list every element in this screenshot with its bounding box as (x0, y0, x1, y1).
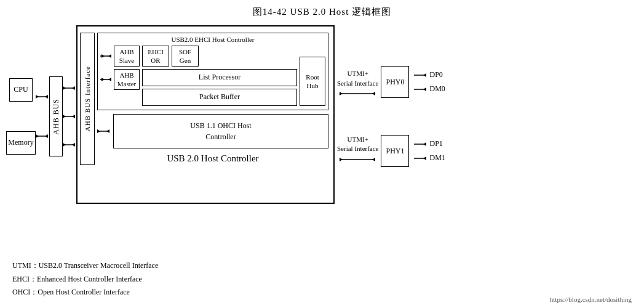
ahb-slave-box: AHB Slave (114, 46, 140, 67)
ahb-mid-arrow (63, 111, 76, 121)
ahb-bus-interface-arrows (63, 83, 76, 150)
svg-marker-28 (340, 158, 343, 161)
cpu-mem-arrows (36, 92, 49, 141)
utmi-label-1: UTMI+ Serial Interface (337, 135, 378, 154)
usb20-outer-box: AHB BUS Interface USB2.0 EHCI Host Contr… (76, 25, 335, 204)
ahb-bus-box: AHB BUS (49, 76, 63, 156)
ahb-master-box: AHB Master (114, 69, 140, 90)
svg-marker-35 (423, 142, 426, 146)
svg-marker-4 (36, 134, 39, 138)
ohci-arrow (97, 128, 111, 135)
svg-marker-29 (372, 158, 375, 161)
dm1-label: DM1 (429, 153, 445, 163)
ahb-bus-interface-box: AHB BUS Interface (80, 33, 95, 165)
svg-marker-8 (72, 86, 75, 90)
utmi-arrow-0 (340, 89, 376, 98)
phy-section: PHY0 DP0 DM0 (381, 66, 445, 167)
list-processor-box: List Processor (142, 69, 297, 86)
svg-marker-7 (63, 86, 66, 90)
list-processor-label: List Processor (199, 73, 241, 83)
svg-marker-10 (63, 115, 66, 118)
page-title: 图14-42 USB 2.0 Host 逻辑框图 (0, 6, 644, 18)
svg-marker-11 (72, 115, 75, 118)
sof-gen-box: SOF Gen (172, 46, 199, 67)
utmi-arrow-1 (340, 155, 376, 164)
usb20-outer-label: USB 2.0 Host Controller (97, 153, 328, 165)
footnote2: EHCI：Enhanced Host Controller Interface (12, 273, 158, 286)
svg-marker-20 (101, 78, 105, 81)
utmi-arrows-col: UTMI+ Serial Interface UTMI+ Serial Inte… (337, 69, 378, 164)
svg-marker-22 (97, 129, 100, 133)
svg-marker-26 (372, 92, 375, 95)
copyright: https://blog.csdn.net/dosithing (550, 296, 632, 303)
ahb-bus-interface-label: AHB BUS Interface (84, 66, 91, 131)
svg-marker-33 (423, 87, 426, 91)
memory-arrow (36, 131, 49, 141)
svg-marker-37 (423, 156, 426, 160)
svg-marker-19 (108, 78, 111, 81)
master-arrow (100, 76, 113, 83)
packet-buffer-box: Packet Buffer (142, 89, 297, 106)
ohci-label: USB 1.1 OHCI Host Controller (190, 120, 251, 142)
ahb-bot-arrow (63, 140, 76, 150)
svg-marker-5 (45, 134, 48, 138)
svg-marker-2 (45, 95, 48, 99)
svg-marker-17 (101, 54, 105, 58)
root-hub-box: Root Hub (300, 57, 325, 106)
svg-marker-14 (72, 143, 75, 147)
memory-box: Memory (6, 131, 36, 155)
svg-marker-1 (36, 95, 39, 99)
dp0-label: DP0 (429, 70, 442, 79)
dm0-arrow (414, 86, 427, 93)
dp1-label: DP1 (429, 139, 442, 148)
dp1-arrow (414, 140, 427, 148)
ehci-inner-box: USB2.0 EHCI Host Controller (97, 33, 328, 110)
cpu-mem-column: CPU Memory (6, 78, 36, 155)
packet-buffer-label: Packet Buffer (199, 92, 240, 102)
phy0-box: PHY0 (381, 66, 409, 98)
diagram-area: CPU Memory AHB BUS (0, 23, 644, 204)
svg-marker-23 (106, 129, 109, 133)
dm1-arrow (414, 155, 427, 162)
footnote3: OHCI：Open Host Controller Interface (12, 286, 158, 299)
ohci-box: USB 1.1 OHCI Host Controller (113, 114, 328, 148)
ahb-bus-label: AHB BUS (52, 99, 61, 135)
ehci-title: USB2.0 EHCI Host Controller (100, 36, 325, 43)
footnote1: UTMI：USB2.0 Transceiver Macrocell Interf… (12, 259, 158, 273)
slave-arrow (100, 52, 113, 60)
svg-marker-16 (108, 54, 111, 58)
ahb-top-arrow (63, 83, 76, 93)
svg-marker-25 (340, 92, 343, 95)
utmi-label-0: UTMI+ Serial Interface (337, 69, 378, 88)
ehci-or-box: EHCI OR (142, 46, 169, 67)
svg-marker-13 (63, 143, 66, 147)
footnotes-area: UTMI：USB2.0 Transceiver Macrocell Interf… (12, 259, 158, 299)
phy1-box: PHY1 (381, 135, 409, 167)
dm0-label: DM0 (429, 84, 445, 94)
cpu-box: CPU (9, 78, 33, 102)
svg-marker-31 (423, 73, 426, 77)
cpu-arrow (36, 92, 49, 102)
dp0-arrow (414, 71, 427, 79)
